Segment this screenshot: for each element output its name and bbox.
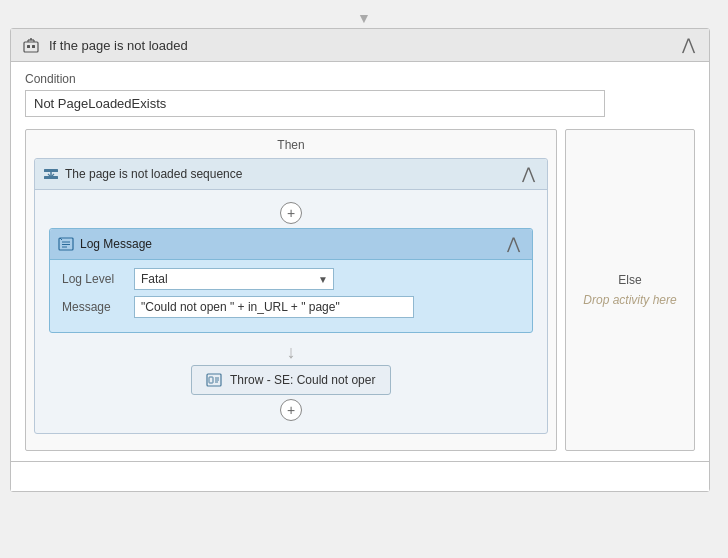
sequence-icon: [43, 166, 59, 182]
svg-rect-15: [209, 377, 213, 383]
log-level-row: Log Level Fatal Error Warn Info Debu: [62, 268, 520, 290]
connector-arrow: ↓: [287, 343, 296, 361]
log-header-left: Log Message: [58, 236, 152, 252]
svg-point-6: [30, 38, 32, 40]
log-icon: [58, 236, 74, 252]
log-level-select-wrapper: Fatal Error Warn Info Debug Trace ▼: [134, 268, 334, 290]
log-header: Log Message ⋀: [50, 229, 532, 260]
log-body: Log Level Fatal Error Warn Info Debu: [50, 260, 532, 332]
throw-block[interactable]: Throw - SE: Could not oper: [191, 365, 391, 395]
if-header: If the page is not loaded ⋀: [11, 29, 709, 62]
bottom-section: [11, 461, 709, 491]
sequence-title: The page is not loaded sequence: [65, 167, 242, 181]
throw-icon: [206, 372, 222, 388]
sequence-body: +: [35, 190, 547, 433]
condition-label: Condition: [25, 72, 695, 86]
svg-rect-2: [32, 45, 35, 48]
then-label: Then: [34, 138, 548, 152]
if-block: If the page is not loaded ⋀ Condition No…: [10, 28, 710, 492]
sequence-header: The page is not loaded sequence ⋀: [35, 159, 547, 190]
if-title: If the page is not loaded: [49, 38, 188, 53]
condition-value[interactable]: Not PageLoadedExists: [25, 90, 605, 117]
then-column: Then: [25, 129, 557, 451]
message-input[interactable]: [134, 296, 414, 318]
log-collapse-btn[interactable]: ⋀: [503, 234, 524, 254]
else-column: Else Drop activity here: [565, 129, 695, 451]
log-level-label: Log Level: [62, 272, 134, 286]
else-placeholder: Drop activity here: [583, 293, 676, 307]
log-title: Log Message: [80, 237, 152, 251]
sequence-block: The page is not loaded sequence ⋀ +: [34, 158, 548, 434]
message-label: Message: [62, 300, 134, 314]
svg-rect-1: [27, 45, 30, 48]
log-level-select[interactable]: Fatal Error Warn Info Debug Trace: [134, 268, 334, 290]
robot-icon: [21, 35, 41, 55]
else-label: Else: [583, 273, 676, 287]
main-container: ▼ If the page is not loaded: [0, 0, 728, 558]
if-header-left: If the page is not loaded: [21, 35, 188, 55]
if-collapse-btn[interactable]: ⋀: [678, 35, 699, 55]
message-row: Message: [62, 296, 520, 318]
svg-rect-0: [24, 42, 38, 52]
sequence-header-left: The page is not loaded sequence: [43, 166, 242, 182]
sequence-collapse-btn[interactable]: ⋀: [518, 164, 539, 184]
add-btn-bottom[interactable]: +: [280, 399, 302, 421]
then-else-row: Then: [25, 129, 695, 451]
log-message-block: Log Message ⋀ Log Level: [49, 228, 533, 333]
throw-label: Throw - SE: Could not oper: [230, 373, 375, 387]
top-connector: ▼: [10, 10, 718, 26]
svg-rect-7: [44, 169, 58, 172]
add-btn-top[interactable]: +: [280, 202, 302, 224]
if-body: Condition Not PageLoadedExists Then: [11, 62, 709, 461]
